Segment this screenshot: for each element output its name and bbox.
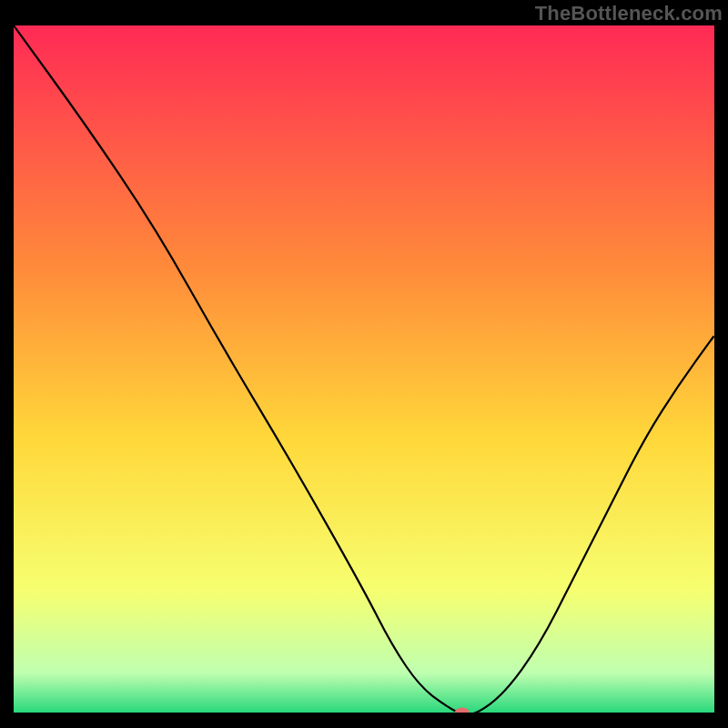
plot-background bbox=[14, 25, 714, 714]
watermark-text: TheBottleneck.com bbox=[535, 2, 723, 25]
svg-rect-0 bbox=[14, 25, 714, 714]
gradient-background bbox=[14, 25, 714, 714]
chart-container: TheBottleneck.com bbox=[0, 0, 728, 728]
